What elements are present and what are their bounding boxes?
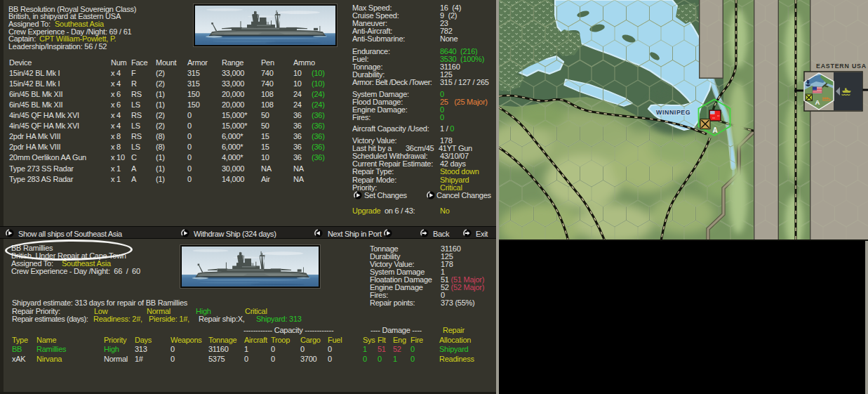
svg-text:A: A (712, 126, 717, 134)
svg-text:EASTERN USA: EASTERN USA (816, 63, 867, 70)
svg-text:WINNIPEG: WINNIPEG (656, 109, 690, 116)
svg-text:A: A (815, 98, 820, 106)
